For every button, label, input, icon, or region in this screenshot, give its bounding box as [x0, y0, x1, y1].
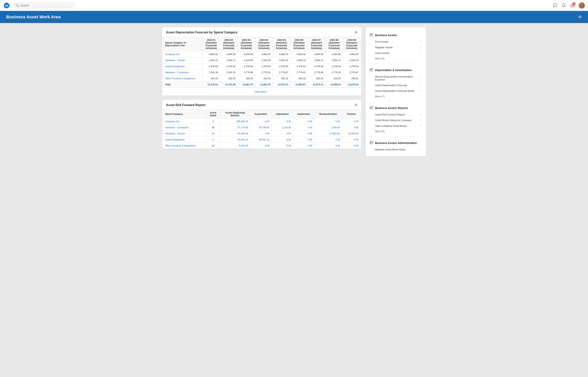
table-row: Leased Equipment285,641.3285,641.320.000… [163, 137, 361, 143]
sidebar-item-asset-depreciation-forecast-detail[interactable]: Asset Depreciation Forecast Detail [366, 88, 426, 94]
dep-total-value: 12,869.87 [290, 82, 308, 88]
dep-row-value: 260.25 [325, 76, 343, 82]
sidebar-item-label: Record Depreciation Amortization Expense [375, 75, 420, 81]
bell-icon[interactable] [561, 3, 566, 8]
dep-total-value: 12,870.23 [308, 82, 325, 88]
rf-row-value[interactable]: 6,245.00 [220, 143, 250, 149]
svg-rect-9 [370, 141, 373, 144]
dep-row-value: 2,654.23 [273, 58, 290, 63]
rf-row-value[interactable]: 0.00 [293, 143, 314, 149]
sidebar-more-link[interactable]: More (4) [366, 56, 426, 61]
rf-row-value[interactable]: 0.00 [271, 131, 293, 137]
rf-row-value[interactable]: 0.00 [293, 125, 314, 131]
dep-row-value: 2,776.86 [237, 70, 255, 76]
dep-row-category[interactable]: Leased Equipment [163, 63, 202, 70]
dep-row-category[interactable]: Office Furniture & Equipment [163, 76, 202, 82]
search-bar[interactable]: 🔍 [12, 2, 75, 8]
table-row: Office Furniture & Equipment260.20260.20… [163, 76, 361, 82]
rf-row-value[interactable]: 57,174.00 [220, 125, 250, 131]
rf-row-value[interactable]: 0.00 [314, 137, 342, 143]
rf-row-value[interactable]: 0.00 [293, 131, 314, 137]
depreciation-card: Asset Depreciation Forecast by Spend Cat… [162, 27, 362, 96]
col-header-2022-01: 2022-01(StandardCorporateSchedule) [202, 37, 220, 51]
rf-row-value[interactable]: 0.00 [342, 118, 360, 125]
logo[interactable] [3, 2, 10, 9]
roll-forward-table-container: Spend Category AssetDetail Assets Beginn… [162, 110, 361, 149]
sidebar-item-register-assets[interactable]: Register Assets [366, 45, 426, 50]
rf-row-value[interactable]: 95,500.00 [220, 131, 250, 137]
rf-row-value[interactable]: 0.00 [250, 143, 271, 149]
rf-row-value[interactable]: 85,641.32 [220, 137, 250, 143]
rf-row-value[interactable]: 0.00 [342, 125, 360, 131]
dep-row-category[interactable]: Hardware - Computers [163, 70, 202, 76]
rf-row-category[interactable]: Hardware - Servers [163, 131, 207, 137]
rf-row-value[interactable]: 2,100.00 [271, 125, 293, 131]
dep-row-value: 2,378.93 [202, 63, 220, 70]
chat-icon[interactable] [553, 3, 558, 8]
rf-row-value[interactable]: 7,500.00 [314, 125, 342, 131]
sidebar-item-issue-assets[interactable]: Issue Assets [366, 50, 426, 56]
page-title: Business Asset Work Area [6, 14, 60, 20]
dep-row-value: 260.20 [255, 76, 273, 82]
sidebar-item-label: Maintain Asset Book Rules [375, 148, 405, 151]
rf-row-value[interactable]: 0.00 [293, 118, 314, 125]
nav-actions: 3 [553, 2, 585, 9]
rf-row-value[interactable]: 0.00 [293, 137, 314, 143]
dep-row-value: 2,378.93 [273, 63, 290, 70]
rf-row-value[interactable]: 0.00 [342, 137, 360, 143]
rf-row-value[interactable]: 15,000.00 [342, 131, 360, 137]
dep-row-value: 4,800.00 [237, 51, 255, 58]
rf-row-category[interactable]: Office Furniture & Equipment [163, 143, 207, 149]
sidebar-section-business-assets-reports: Business Assets ReportsAsset Roll Forwar… [366, 103, 426, 135]
dep-row-category[interactable]: Hardware - Servers [163, 58, 202, 63]
dep-total-label: Total [163, 82, 202, 88]
dep-total-value: 12,870.24 [343, 82, 360, 88]
sidebar-item-view-company-asset-books[interactable]: View Company Asset Books [366, 123, 426, 129]
rf-row-value[interactable]: 0.00 [250, 118, 271, 125]
sidebar-item-maintain-asset-book-rules[interactable]: Maintain Asset Book Rules [366, 147, 426, 152]
col-header-2022-08: 2022-08(StandardCorporateSchedule) [325, 37, 343, 51]
chevron-right-icon [420, 84, 422, 87]
rf-col-header-impairment: Impairment [293, 110, 314, 118]
dep-row-value: 2,654.13 [325, 58, 343, 63]
chevron-right-icon [420, 89, 422, 92]
dep-row-value: 2,654.24 [308, 58, 325, 63]
dep-row-value: 2,445.80 [237, 58, 255, 63]
dep-row-value: 260.20 [308, 76, 325, 82]
rf-row-value[interactable]: 0.00 [314, 143, 342, 149]
page-settings-icon[interactable]: ⚙ [578, 15, 582, 19]
avatar[interactable] [579, 2, 585, 9]
sidebar-item-record-depreciation-amortization-expense[interactable]: Record Depreciation Amortization Expense [366, 74, 426, 82]
rf-row-value[interactable]: 0.00 [271, 137, 293, 143]
inbox-icon[interactable]: 3 [570, 3, 575, 8]
sidebar-item-asset-roll-forward-report[interactable]: Asset Roll Forward Report [366, 112, 426, 118]
rf-row-value[interactable]: 0.00 [314, 118, 342, 125]
rf-row-value[interactable]: 30,786.00 [250, 125, 271, 131]
depreciation-header-row: Spend Category ofDepreciation Line 2022-… [163, 37, 361, 51]
depreciation-settings-icon[interactable]: ⚙ [354, 30, 357, 35]
dep-row-value: 2,382.13 [220, 70, 237, 76]
rf-row-category[interactable]: Leased Equipment [163, 137, 207, 143]
sidebar-item-asset-depreciation-forecast[interactable]: Asset Depreciation Forecast [366, 82, 426, 88]
sidebar-item-asset-books-setup-by-company[interactable]: Asset Books Setup by Company [366, 118, 426, 123]
dep-row-value: 2,445.80 [255, 58, 273, 63]
sidebar-item-find-assets[interactable]: Find Assets [366, 39, 426, 45]
dep-row-value: 2,776.87 [273, 70, 290, 76]
rf-row-value[interactable]: 0.00 [271, 143, 293, 149]
rf-row-value[interactable]: 288,000.00 [220, 118, 250, 125]
sidebar-item-label: View Company Asset Books [375, 124, 407, 127]
view-more-button[interactable]: View More ... [162, 88, 361, 95]
search-input[interactable] [20, 4, 72, 7]
roll-forward-card-title: Asset Roll Forward Report [166, 103, 206, 107]
rf-row-value[interactable]: 0.00 [342, 143, 360, 149]
roll-forward-settings-icon[interactable]: ⚙ [354, 103, 357, 107]
rf-row-value[interactable]: 85,641.32 [250, 137, 271, 143]
sidebar-more-link[interactable]: More (7) [366, 94, 426, 99]
rf-row-value[interactable]: (7,500.00) [314, 131, 342, 137]
sidebar-more-link[interactable]: More (5) [366, 129, 426, 134]
dep-row-category[interactable]: Company Car [163, 51, 202, 58]
rf-row-value[interactable]: 0.00 [250, 131, 271, 137]
rf-row-value[interactable]: 0.00 [271, 118, 293, 125]
rf-row-category[interactable]: Company Car [163, 118, 207, 125]
rf-row-category[interactable]: Hardware - Computers [163, 125, 207, 131]
